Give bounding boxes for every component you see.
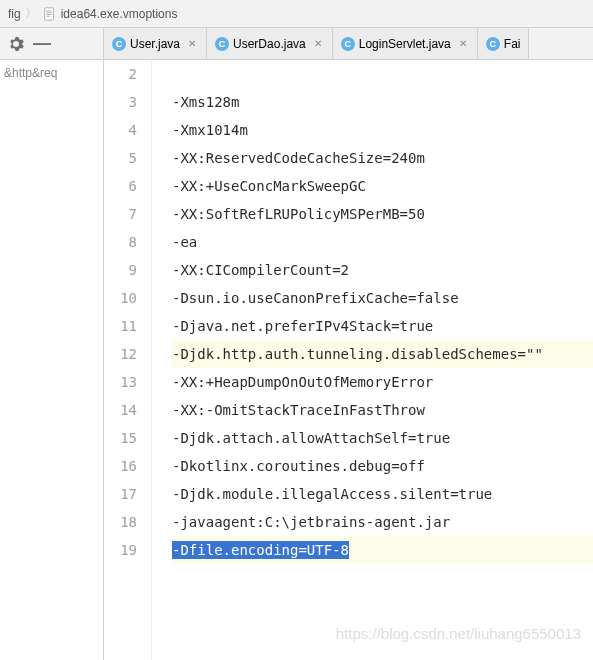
minimize-icon[interactable]: — [32,34,52,54]
tab-label: UserDao.java [233,37,306,51]
class-icon: C [112,37,126,51]
line-number: 17 [104,480,137,508]
code-line[interactable]: -javaagent:C:\jetbrains-agent.jar [172,508,593,536]
tab-label: LoginServlet.java [359,37,451,51]
close-icon[interactable]: ✕ [312,38,324,50]
gutter: 2345678910111213141516171819 [104,60,152,660]
editor[interactable]: 2345678910111213141516171819 -Xms128m-Xm… [104,60,593,660]
chevron-right-icon: 〉 [25,5,37,22]
code-line[interactable]: -Xmx1014m [172,116,593,144]
svg-rect-3 [46,14,51,15]
toolbar-row: — C User.java ✕ C UserDao.java ✕ C Login… [0,28,593,60]
line-number: 11 [104,312,137,340]
code-line[interactable]: -XX:SoftRefLRUPolicyMSPerMB=50 [172,200,593,228]
tab-label: User.java [130,37,180,51]
tabs: C User.java ✕ C UserDao.java ✕ C LoginSe… [104,28,593,59]
line-number: 14 [104,396,137,424]
code-line[interactable]: -Dkotlinx.coroutines.debug=off [172,452,593,480]
file-icon [41,6,57,22]
code-line[interactable]: -XX:CICompilerCount=2 [172,256,593,284]
line-number: 4 [104,116,137,144]
line-number: 2 [104,60,137,88]
svg-rect-2 [46,12,51,13]
breadcrumb: fig 〉 idea64.exe.vmoptions [0,0,593,28]
line-number: 8 [104,228,137,256]
code-area[interactable]: -Xms128m-Xmx1014m-XX:ReservedCodeCacheSi… [152,60,593,660]
line-number: 7 [104,200,137,228]
tab-fail-partial[interactable]: C Fai [478,28,530,59]
tab-loginservlet-java[interactable]: C LoginServlet.java ✕ [333,28,478,59]
line-number: 19 [104,536,137,564]
code-line[interactable]: -Xms128m [172,88,593,116]
code-line[interactable]: -XX:+HeapDumpOnOutOfMemoryError [172,368,593,396]
code-line[interactable]: -XX:ReservedCodeCacheSize=240m [172,144,593,172]
line-number: 16 [104,452,137,480]
close-icon[interactable]: ✕ [457,38,469,50]
code-line[interactable]: -ea [172,228,593,256]
line-number: 15 [104,424,137,452]
class-icon: C [341,37,355,51]
code-line[interactable]: -XX:+UseConcMarkSweepGC [172,172,593,200]
code-line[interactable] [172,60,593,88]
code-line[interactable]: -Djdk.module.illegalAccess.silent=true [172,480,593,508]
class-icon: C [486,37,500,51]
tab-userdao-java[interactable]: C UserDao.java ✕ [207,28,333,59]
line-number: 6 [104,172,137,200]
code-line[interactable]: -Djdk.attach.allowAttachSelf=true [172,424,593,452]
code-line[interactable]: -Dsun.io.useCanonPrefixCache=false [172,284,593,312]
code-line[interactable]: -Djava.net.preferIPv4Stack=true [172,312,593,340]
code-line[interactable]: -XX:-OmitStackTraceInFastThrow [172,396,593,424]
code-line[interactable]: -Djdk.http.auth.tunneling.disabledScheme… [172,340,593,368]
sidebar-text: &http&req [4,66,57,80]
line-number: 5 [104,144,137,172]
line-number: 18 [104,508,137,536]
svg-rect-4 [46,15,50,16]
class-icon: C [215,37,229,51]
line-number: 12 [104,340,137,368]
svg-rect-1 [46,10,51,11]
breadcrumb-file[interactable]: idea64.exe.vmoptions [61,7,178,21]
breadcrumb-parent[interactable]: fig [8,7,21,21]
line-number: 13 [104,368,137,396]
close-icon[interactable]: ✕ [186,38,198,50]
tab-user-java[interactable]: C User.java ✕ [104,28,207,59]
gear-icon[interactable] [6,34,26,54]
line-number: 10 [104,284,137,312]
tab-label: Fai [504,37,521,51]
sidebar-panel[interactable]: &http&req [0,60,104,660]
line-number: 9 [104,256,137,284]
editor-container: &http&req 2345678910111213141516171819 -… [0,60,593,660]
tool-panel: — [0,28,104,59]
line-number: 3 [104,88,137,116]
code-line[interactable]: -Dfile.encoding=UTF-8 [172,536,593,564]
